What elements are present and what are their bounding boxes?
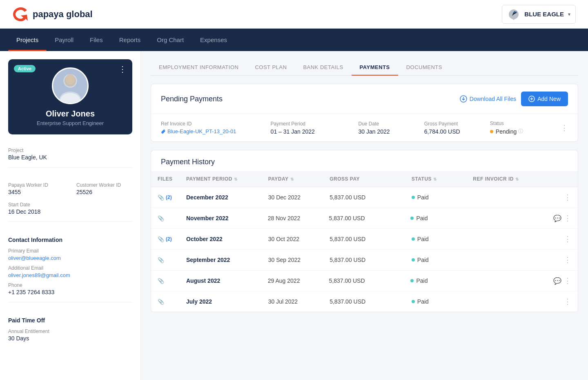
- col-header-ref: Ref Invoicr ID ⇅: [473, 176, 555, 182]
- download-all-files-button[interactable]: Download All Files: [460, 95, 516, 103]
- tab-bank-details[interactable]: BANK DETAILS: [295, 59, 351, 75]
- payment-history-body: 📎(2) December 2022 30 Dec 2022 5,837.00 …: [151, 187, 578, 312]
- attachment-icon: [161, 129, 166, 134]
- nav-item-reports[interactable]: Reports: [111, 29, 149, 51]
- pending-row-more-button[interactable]: ⋮: [561, 124, 568, 132]
- phone-label: Phone: [8, 282, 132, 288]
- contact-title: Contact Information: [8, 237, 132, 243]
- row-more-button[interactable]: ⋮: [564, 276, 571, 285]
- svg-point-4: [66, 74, 75, 85]
- pending-payments-header: Pending Payments Download All Files: [151, 84, 578, 114]
- pending-ref-link[interactable]: Blue-Eagle-UK_PT-13_20-01: [161, 128, 271, 134]
- nav-item-projects[interactable]: Projects: [8, 29, 47, 51]
- message-icon: 💬: [553, 215, 561, 222]
- additional-email-link[interactable]: oliver.jones89@gmail.com: [8, 272, 70, 278]
- row-more-button[interactable]: ⋮: [564, 255, 571, 264]
- cell-period: August 2022: [186, 277, 268, 284]
- status-paid-dot: [412, 196, 415, 199]
- sort-ref-icon[interactable]: ⇅: [515, 177, 519, 181]
- attachment-icon: 📎: [158, 278, 164, 284]
- cell-payday: 30 Sep 2022: [268, 257, 330, 263]
- add-new-button[interactable]: Add New: [521, 92, 568, 106]
- customer-worker-id-label: Customer Worker ID: [76, 182, 132, 188]
- payment-history-table-header: Files Payment Period ⇅ Payday ⇅ Gross pa…: [151, 171, 578, 187]
- payment-history-header: Payment History: [151, 150, 578, 171]
- customer-worker-id-col: Customer Worker ID 25526: [76, 182, 132, 195]
- papaya-worker-id-label: Papaya Worker ID: [8, 182, 64, 188]
- payment-history-title: Payment History: [161, 158, 568, 166]
- col-header-gross: Gross pay: [330, 176, 412, 182]
- pending-ref-col: Ref Invoice ID Blue-Eagle-UK_PT-13_20-01: [161, 121, 271, 134]
- project-label: Project: [8, 148, 132, 153]
- info-icon: ⓘ: [518, 128, 523, 135]
- logo: papaya global: [12, 7, 93, 22]
- pending-due-col: Due Date 30 Jan 2022: [359, 121, 424, 135]
- col-header-status: Status ⇅: [412, 176, 473, 182]
- tab-documents[interactable]: DOCUMENTS: [398, 59, 450, 75]
- status-paid-dot: [412, 258, 415, 262]
- avatar-image: [53, 67, 87, 104]
- cell-gross: 5,837.00 USD: [329, 277, 411, 284]
- nav-item-org-chart[interactable]: Org Chart: [149, 29, 192, 51]
- cell-status: Paid: [412, 236, 473, 242]
- message-icon: 💬: [553, 277, 561, 285]
- customer-worker-id-value: 25526: [76, 189, 132, 195]
- cell-period: September 2022: [186, 257, 268, 263]
- company-switcher[interactable]: BLUE EAGLE ▾: [502, 5, 576, 24]
- cell-actions: ⋮: [555, 255, 571, 264]
- company-name: BLUE EAGLE: [524, 11, 564, 18]
- row-more-button[interactable]: ⋮: [564, 297, 571, 306]
- cell-actions: ⋮: [555, 193, 571, 202]
- pto-title: Paid Time Off: [8, 317, 132, 324]
- nav-item-files[interactable]: Files: [82, 29, 111, 51]
- sidebar: Active ⋮ Oliver Jones Enterprise Support…: [0, 51, 141, 380]
- attachment-icon: 📎: [158, 215, 164, 221]
- nav-item-payroll[interactable]: Payroll: [47, 29, 82, 51]
- tab-payments[interactable]: PAYMENTS: [352, 59, 398, 75]
- profile-card: Active ⋮ Oliver Jones Enterprise Support…: [8, 59, 132, 134]
- pending-status-value: Pending ⓘ: [490, 128, 556, 135]
- row-more-button[interactable]: ⋮: [564, 214, 571, 223]
- cell-payday: 30 Oct 2022: [268, 236, 330, 242]
- main-nav: Projects Payroll Files Reports Org Chart…: [0, 29, 588, 51]
- company-bird-icon: [507, 8, 520, 21]
- cell-gross: 5,837.00 USD: [330, 257, 412, 263]
- worker-ids-section: Papaya Worker ID 3455 Customer Worker ID…: [8, 176, 132, 222]
- cell-actions: ⋮: [555, 297, 571, 306]
- col-header-files: Files: [158, 176, 186, 182]
- cell-gross: 5,837.00 USD: [330, 298, 412, 305]
- nav-item-expenses[interactable]: Expenses: [192, 29, 235, 51]
- row-more-button[interactable]: ⋮: [564, 193, 571, 202]
- col-header-payday: Payday ⇅: [268, 176, 330, 182]
- employee-name: Oliver Jones: [16, 109, 124, 118]
- cell-gross: 5,837.00 USD: [329, 215, 411, 221]
- cell-status: Paid: [412, 194, 473, 201]
- cell-status: Paid: [412, 298, 473, 305]
- sort-status-icon[interactable]: ⇅: [433, 177, 437, 181]
- table-row: 📎 November 2022 28 Nov 2022 5,837.00 USD…: [151, 208, 578, 229]
- tab-employment-information[interactable]: EMPLOYMENT INFORMATION: [151, 59, 247, 75]
- table-row: 📎 August 2022 29 Aug 2022 5,837.00 USD P…: [151, 270, 578, 291]
- sort-period-icon[interactable]: ⇅: [234, 177, 238, 181]
- payment-history-card: Payment History Files Payment Period ⇅ P…: [151, 150, 578, 312]
- cell-period: July 2022: [186, 298, 268, 305]
- primary-email-link[interactable]: oliver@blueeagle.com: [8, 255, 61, 261]
- tab-cost-plan[interactable]: COST PLAN: [247, 59, 295, 75]
- status-paid-dot: [410, 217, 414, 220]
- cell-files: 📎: [158, 257, 186, 263]
- row-more-button[interactable]: ⋮: [564, 235, 571, 244]
- profile-more-button[interactable]: ⋮: [118, 65, 127, 73]
- pto-section: Paid Time Off Annual Entitlement 30 Days: [8, 311, 132, 348]
- annual-entitlement-value: 30 Days: [8, 335, 132, 342]
- papaya-worker-id-col: Papaya Worker ID 3455: [8, 182, 64, 195]
- avatar: [52, 67, 89, 104]
- cell-period: December 2022: [186, 194, 268, 201]
- cell-actions: 💬⋮: [553, 276, 571, 285]
- main-content: EMPLOYMENT INFORMATION COST PLAN BANK DE…: [141, 51, 588, 380]
- pending-gross-col: Gross Payment 6,784.00 USD: [424, 121, 490, 135]
- cell-payday: 30 Jul 2022: [268, 298, 330, 305]
- cell-status: Paid: [410, 215, 472, 221]
- cell-actions: 💬⋮: [553, 214, 571, 223]
- sort-payday-icon[interactable]: ⇅: [290, 177, 294, 181]
- cell-files: 📎: [158, 278, 186, 284]
